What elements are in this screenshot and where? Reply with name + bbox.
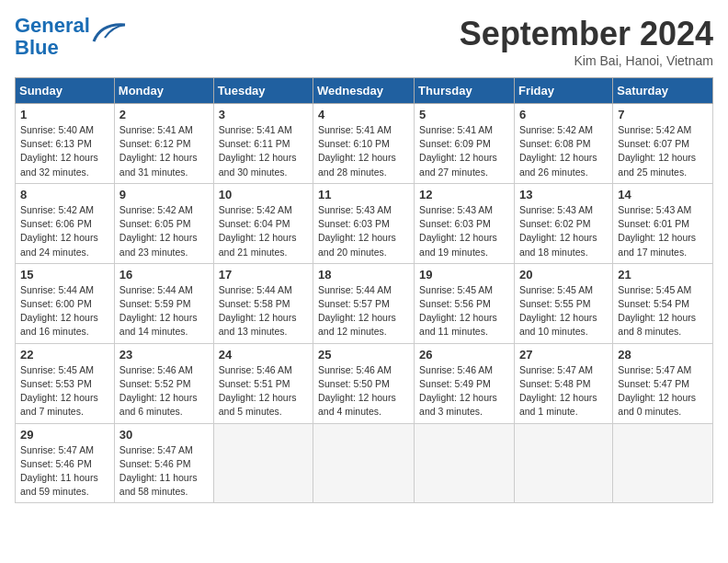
weekday-header-wednesday: Wednesday — [313, 78, 415, 104]
day-detail: Sunrise: 5:45 AM Sunset: 5:56 PM Dayligh… — [419, 283, 509, 339]
calendar-cell — [213, 423, 313, 503]
day-number: 2 — [119, 108, 209, 121]
calendar-cell: 29Sunrise: 5:47 AM Sunset: 5:46 PM Dayli… — [16, 423, 115, 503]
weekday-header-row: SundayMondayTuesdayWednesdayThursdayFrid… — [16, 78, 713, 104]
day-detail: Sunrise: 5:41 AM Sunset: 6:11 PM Dayligh… — [219, 123, 308, 179]
calendar-week-5: 29Sunrise: 5:47 AM Sunset: 5:46 PM Dayli… — [16, 423, 713, 503]
day-number: 29 — [20, 428, 109, 442]
calendar-cell: 15Sunrise: 5:44 AM Sunset: 6:00 PM Dayli… — [16, 263, 115, 343]
month-title: September 2024 — [460, 15, 713, 53]
calendar-cell: 30Sunrise: 5:47 AM Sunset: 5:46 PM Dayli… — [114, 423, 213, 503]
calendar-cell: 9Sunrise: 5:42 AM Sunset: 6:05 PM Daylig… — [114, 183, 213, 263]
day-number: 23 — [119, 348, 209, 362]
day-number: 5 — [419, 108, 509, 121]
day-detail: Sunrise: 5:44 AM Sunset: 5:57 PM Dayligh… — [318, 283, 409, 339]
day-detail: Sunrise: 5:44 AM Sunset: 6:00 PM Dayligh… — [20, 283, 109, 339]
day-number: 27 — [519, 348, 608, 362]
calendar-cell: 2Sunrise: 5:41 AM Sunset: 6:12 PM Daylig… — [114, 104, 213, 184]
weekday-header-thursday: Thursday — [415, 78, 515, 104]
day-detail: Sunrise: 5:46 AM Sunset: 5:52 PM Dayligh… — [119, 363, 209, 419]
calendar-cell: 5Sunrise: 5:41 AM Sunset: 6:09 PM Daylig… — [415, 104, 515, 184]
day-number: 12 — [419, 188, 509, 201]
day-number: 16 — [119, 268, 209, 282]
day-detail: Sunrise: 5:43 AM Sunset: 6:03 PM Dayligh… — [318, 203, 409, 259]
day-number: 3 — [219, 108, 308, 121]
day-detail: Sunrise: 5:47 AM Sunset: 5:46 PM Dayligh… — [119, 443, 209, 500]
weekday-header-monday: Monday — [114, 78, 213, 104]
day-detail: Sunrise: 5:43 AM Sunset: 6:01 PM Dayligh… — [618, 203, 708, 259]
calendar-cell: 28Sunrise: 5:47 AM Sunset: 5:47 PM Dayli… — [613, 343, 713, 423]
day-number: 21 — [618, 268, 708, 282]
calendar-cell: 27Sunrise: 5:47 AM Sunset: 5:48 PM Dayli… — [514, 343, 612, 423]
calendar-body: 1Sunrise: 5:40 AM Sunset: 6:13 PM Daylig… — [16, 104, 713, 503]
page-header: GeneralBlue September 2024 Kim Bai, Hano… — [15, 15, 713, 68]
day-detail: Sunrise: 5:45 AM Sunset: 5:55 PM Dayligh… — [519, 283, 608, 339]
calendar-cell — [613, 423, 713, 503]
day-detail: Sunrise: 5:47 AM Sunset: 5:48 PM Dayligh… — [519, 363, 608, 419]
calendar-cell: 6Sunrise: 5:42 AM Sunset: 6:08 PM Daylig… — [514, 104, 612, 184]
calendar-header: SundayMondayTuesdayWednesdayThursdayFrid… — [16, 78, 713, 104]
day-number: 7 — [618, 108, 708, 121]
day-number: 18 — [318, 268, 409, 282]
day-detail: Sunrise: 5:43 AM Sunset: 6:02 PM Dayligh… — [519, 203, 608, 259]
day-number: 13 — [519, 188, 608, 201]
calendar-cell: 10Sunrise: 5:42 AM Sunset: 6:04 PM Dayli… — [213, 183, 313, 263]
calendar-cell: 22Sunrise: 5:45 AM Sunset: 5:53 PM Dayli… — [16, 343, 115, 423]
day-number: 9 — [119, 188, 209, 201]
calendar-week-2: 8Sunrise: 5:42 AM Sunset: 6:06 PM Daylig… — [16, 183, 713, 263]
calendar-cell: 25Sunrise: 5:46 AM Sunset: 5:50 PM Dayli… — [313, 343, 415, 423]
day-number: 26 — [419, 348, 509, 362]
calendar-cell — [313, 423, 415, 503]
calendar-cell: 13Sunrise: 5:43 AM Sunset: 6:02 PM Dayli… — [514, 183, 612, 263]
calendar-cell: 12Sunrise: 5:43 AM Sunset: 6:03 PM Dayli… — [415, 183, 515, 263]
calendar-cell — [415, 423, 515, 503]
logo-wing-icon — [92, 19, 127, 45]
calendar-cell: 24Sunrise: 5:46 AM Sunset: 5:51 PM Dayli… — [213, 343, 313, 423]
day-number: 14 — [618, 188, 708, 201]
day-number: 25 — [318, 348, 409, 362]
calendar-cell: 7Sunrise: 5:42 AM Sunset: 6:07 PM Daylig… — [613, 104, 713, 184]
day-detail: Sunrise: 5:42 AM Sunset: 6:08 PM Dayligh… — [519, 123, 608, 179]
day-detail: Sunrise: 5:46 AM Sunset: 5:51 PM Dayligh… — [219, 363, 308, 419]
calendar-cell: 20Sunrise: 5:45 AM Sunset: 5:55 PM Dayli… — [514, 263, 612, 343]
location: Kim Bai, Hanoi, Vietnam — [460, 53, 713, 68]
day-detail: Sunrise: 5:42 AM Sunset: 6:05 PM Dayligh… — [119, 203, 209, 259]
day-detail: Sunrise: 5:44 AM Sunset: 5:58 PM Dayligh… — [219, 283, 308, 339]
weekday-header-tuesday: Tuesday — [213, 78, 313, 104]
weekday-header-saturday: Saturday — [613, 78, 713, 104]
day-detail: Sunrise: 5:47 AM Sunset: 5:46 PM Dayligh… — [20, 443, 109, 500]
day-number: 8 — [20, 188, 109, 201]
calendar-cell: 17Sunrise: 5:44 AM Sunset: 5:58 PM Dayli… — [213, 263, 313, 343]
calendar-cell: 19Sunrise: 5:45 AM Sunset: 5:56 PM Dayli… — [415, 263, 515, 343]
day-detail: Sunrise: 5:46 AM Sunset: 5:50 PM Dayligh… — [318, 363, 409, 419]
day-detail: Sunrise: 5:42 AM Sunset: 6:04 PM Dayligh… — [219, 203, 308, 259]
day-detail: Sunrise: 5:42 AM Sunset: 6:06 PM Dayligh… — [20, 203, 109, 259]
day-number: 28 — [618, 348, 708, 362]
calendar-cell: 26Sunrise: 5:46 AM Sunset: 5:49 PM Dayli… — [415, 343, 515, 423]
calendar-cell: 4Sunrise: 5:41 AM Sunset: 6:10 PM Daylig… — [313, 104, 415, 184]
calendar-cell: 18Sunrise: 5:44 AM Sunset: 5:57 PM Dayli… — [313, 263, 415, 343]
day-number: 20 — [519, 268, 608, 282]
calendar-cell: 21Sunrise: 5:45 AM Sunset: 5:54 PM Dayli… — [613, 263, 713, 343]
logo-text: GeneralBlue — [15, 15, 90, 59]
day-detail: Sunrise: 5:42 AM Sunset: 6:07 PM Dayligh… — [618, 123, 708, 179]
day-detail: Sunrise: 5:43 AM Sunset: 6:03 PM Dayligh… — [419, 203, 509, 259]
calendar-cell: 14Sunrise: 5:43 AM Sunset: 6:01 PM Dayli… — [613, 183, 713, 263]
day-number: 22 — [20, 348, 109, 362]
day-number: 24 — [219, 348, 308, 362]
day-detail: Sunrise: 5:45 AM Sunset: 5:54 PM Dayligh… — [618, 283, 708, 339]
day-number: 10 — [219, 188, 308, 201]
day-number: 19 — [419, 268, 509, 282]
calendar-cell: 8Sunrise: 5:42 AM Sunset: 6:06 PM Daylig… — [16, 183, 115, 263]
weekday-header-sunday: Sunday — [16, 78, 115, 104]
weekday-header-friday: Friday — [514, 78, 612, 104]
calendar-week-4: 22Sunrise: 5:45 AM Sunset: 5:53 PM Dayli… — [16, 343, 713, 423]
day-number: 11 — [318, 188, 409, 201]
day-number: 30 — [119, 428, 209, 442]
calendar-cell: 16Sunrise: 5:44 AM Sunset: 5:59 PM Dayli… — [114, 263, 213, 343]
day-number: 17 — [219, 268, 308, 282]
logo: GeneralBlue — [15, 15, 127, 59]
day-detail: Sunrise: 5:46 AM Sunset: 5:49 PM Dayligh… — [419, 363, 509, 419]
day-number: 1 — [20, 108, 109, 121]
day-detail: Sunrise: 5:44 AM Sunset: 5:59 PM Dayligh… — [119, 283, 209, 339]
